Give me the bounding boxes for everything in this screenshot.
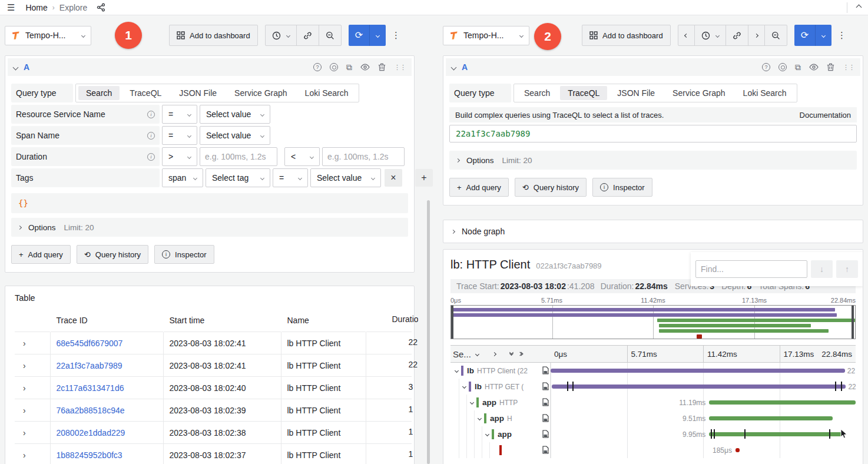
row-expander[interactable]: › [23,450,26,460]
find-next-button[interactable]: ↓ [811,260,833,278]
col-name[interactable]: Name [281,312,366,332]
log-icon[interactable]: LOG [541,398,549,406]
tab-loki-search[interactable]: Loki Search [297,86,356,100]
chevron-up-icon[interactable] [856,5,862,11]
copy-icon[interactable]: ⧉ [795,63,801,71]
duration-min-operator-select[interactable]: > [162,147,197,166]
tag-value-select[interactable]: Select value [310,168,381,187]
zoom-out-button[interactable] [319,25,341,45]
trace-id-link[interactable]: 2c117a6313471d6 [57,383,124,393]
link-split-button[interactable] [725,25,748,45]
tab-search[interactable]: Search [78,86,120,100]
run-query-button[interactable]: ⟳ [349,25,386,46]
tab-json-file[interactable]: JSON File [609,86,662,100]
service-name-operator-select[interactable]: = [162,105,197,124]
chevron-down-icon[interactable] [478,416,482,420]
query-row-header[interactable]: A ? ⧉ ⋮⋮ [8,58,412,76]
query-row-header[interactable]: A ? ⧉ ⋮⋮ [446,58,860,76]
tab-loki-search[interactable]: Loki Search [736,86,794,100]
add-tag-button[interactable]: + [415,169,433,187]
trace-minimap[interactable] [450,305,856,339]
trash-icon[interactable] [378,63,386,71]
drag-handle[interactable]: ⋮⋮ [843,64,854,71]
col-duration[interactable]: Duration [366,312,412,332]
find-prev-button[interactable]: ↑ [836,260,858,278]
more-options-kebab[interactable]: ⋮ [834,30,850,41]
trace-id-link[interactable]: 22a1f3c7aab7989 [57,361,122,370]
time-shift-forward-button[interactable] [748,25,764,45]
remove-tag-button[interactable]: × [385,169,402,187]
log-icon[interactable]: LOG [541,366,549,374]
more-options-kebab[interactable]: ⋮ [388,30,405,41]
tab-service-graph[interactable]: Service Graph [665,86,733,100]
log-icon[interactable]: LOG [541,414,549,422]
trash-icon[interactable] [827,63,834,71]
span-row[interactable]: app HTTP LOG 11.19ms [450,395,856,410]
tag-operator-select[interactable]: = [273,168,308,187]
span-row[interactable]: lb HTTP GET ( LOG 22.84ms [450,379,856,395]
query-history-button[interactable]: ⟲Query history [515,178,587,197]
col-trace-id[interactable]: Trace ID [50,312,163,332]
log-icon[interactable]: LOG [541,382,549,390]
query-history-button[interactable]: ⟲Query history [77,245,148,264]
span-row[interactable]: LOG 185μs [450,442,856,458]
tab-search[interactable]: Search [516,86,558,100]
span-name-value-select[interactable]: Select value [200,126,270,145]
chevron-down-icon[interactable] [475,352,479,356]
trace-id-link[interactable]: 76aa2b88518c94e [57,406,125,415]
tag-scope-select[interactable]: span [162,168,203,187]
add-query-button[interactable]: +Add query [449,178,509,197]
tag-name-select[interactable]: Select tag [206,168,270,187]
chevron-down-icon[interactable] [462,385,466,389]
expand-all-icon[interactable] [520,353,522,356]
row-expander[interactable]: › [23,383,26,393]
help-icon[interactable]: ? [762,63,770,71]
left-pane-scrollbar[interactable] [427,200,430,464]
service-name-value-select[interactable]: Select value [200,105,270,124]
help-icon[interactable]: ? [313,63,322,71]
run-query-button[interactable]: ⟳ [794,25,831,46]
duration-max-input[interactable] [322,147,405,166]
add-query-button[interactable]: +Add query [11,245,71,264]
options-toggle[interactable]: Options Limit: 20 [449,151,857,170]
tab-service-graph[interactable]: Service Graph [227,86,294,100]
copy-icon[interactable]: ⧉ [346,63,352,71]
drag-handle[interactable]: ⋮⋮ [394,64,406,71]
row-expander[interactable]: › [23,339,26,348]
node-graph-panel[interactable]: Node graph [443,220,863,243]
chevron-right-icon[interactable] [492,352,496,356]
span-row[interactable]: app H LOG 9.51ms [450,410,856,426]
row-expander[interactable]: › [23,406,26,415]
trace-id-link[interactable]: 1b88245952b0fc3 [57,450,122,460]
tab-traceql[interactable]: TraceQL [122,86,169,100]
zoom-out-button[interactable] [764,25,787,45]
tab-traceql[interactable]: TraceQL [560,86,607,100]
chevron-down-icon[interactable] [470,400,474,405]
chevron-down-icon[interactable] [485,432,489,436]
span-row[interactable]: app LOG 9.95ms [450,426,856,442]
time-picker-button[interactable] [266,25,296,45]
duration-max-operator-select[interactable]: < [284,147,320,166]
trace-id-link[interactable]: 208002e1ddad229 [57,428,125,438]
record-icon[interactable] [330,63,338,71]
col-start-time[interactable]: Start time [163,312,281,332]
log-icon[interactable]: LOG [541,446,549,454]
find-input[interactable] [695,260,807,278]
chevron-down-icon[interactable] [455,369,459,373]
record-icon[interactable] [778,63,787,71]
traceql-query-input[interactable]: 22a1f3c7aab7989 [449,125,857,142]
trace-id-link[interactable]: 68e545df6679007 [57,339,123,348]
inspector-button[interactable]: i Inspector [592,178,652,197]
time-shift-back-button[interactable] [678,25,694,45]
minimap-right-handle[interactable] [852,306,854,339]
tab-json-file[interactable]: JSON File [171,86,224,100]
documentation-link[interactable]: Documentation [800,111,851,120]
eye-icon[interactable] [360,64,370,71]
service-operation-column-header[interactable]: Se... [453,349,471,359]
span-row[interactable]: lb HTTP Client (22 LOG 22.84ms [450,363,856,379]
collapse-all-icon[interactable] [510,353,513,355]
log-icon[interactable]: LOG [541,430,549,438]
add-to-dashboard-button[interactable]: Add to dashboard [582,25,671,46]
minimap-left-handle[interactable] [451,306,453,339]
datasource-picker[interactable]: Tempo-H... [443,26,529,45]
